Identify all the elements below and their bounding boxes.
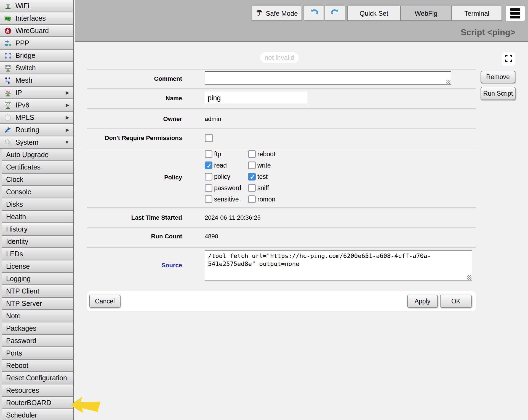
fullscreen-button[interactable] (502, 52, 515, 66)
tab-quick-set[interactable]: Quick Set (347, 6, 401, 21)
mesh-icon (4, 76, 12, 85)
policy-checkbox-test[interactable] (248, 173, 256, 181)
owner-value: admin (205, 115, 221, 123)
sidebar-item-scheduler[interactable]: Scheduler (2, 409, 73, 420)
dont-require-permissions-checkbox[interactable] (205, 134, 213, 142)
sidebar-item-wireguard[interactable]: WireGuard (0, 25, 73, 37)
sidebar-item-disks[interactable]: Disks (2, 198, 73, 210)
ip-icon: 255 (4, 89, 12, 97)
sidebar-item-certificates[interactable]: Certificates (2, 161, 73, 173)
sidebar-item-bridge[interactable]: Bridge (0, 50, 73, 61)
safe-mode-button[interactable]: Safe Mode (252, 6, 302, 21)
tab-terminal[interactable]: Terminal (452, 6, 502, 21)
policy-checkbox-password[interactable] (205, 184, 212, 192)
sidebar-item-switch[interactable]: Switch (0, 62, 73, 74)
sidebar-item-label: Routing (15, 126, 39, 134)
policy-checkbox-ftp[interactable] (205, 150, 212, 158)
divider (87, 88, 476, 89)
submenu-expand-arrow: ▶ (66, 115, 69, 120)
sidebar-item-logging[interactable]: Logging (2, 273, 73, 285)
remove-button[interactable]: Remove (481, 71, 515, 83)
system-submenu: Auto Upgrade Certificates Clock Console … (0, 149, 73, 420)
sidebar-item-label: WiFi (15, 2, 29, 10)
resize-handle-icon[interactable] (446, 80, 450, 84)
routing-icon (4, 126, 12, 134)
policy-checkbox-write[interactable] (248, 161, 256, 169)
sidebar-item-console[interactable]: Console (2, 186, 73, 198)
sidebar-item-leds[interactable]: LEDs (2, 248, 73, 260)
divider (87, 246, 476, 246)
sidebar-item-routerboard[interactable]: RouterBOARD (2, 397, 73, 409)
last-time-started-label: Last Time Started (77, 214, 182, 221)
sidebar-item-ipv6[interactable]: ✓6 IPv6 ▶ (0, 99, 73, 111)
sidebar-item-reset-configuration[interactable]: Reset Configuration (2, 372, 73, 384)
sidebar-item-label: MPLS (15, 114, 34, 122)
run-script-button[interactable]: Run Script (481, 87, 516, 100)
policy-checkbox-policy[interactable] (205, 173, 212, 181)
sidebar-item-password[interactable]: Password (2, 335, 73, 347)
svg-text:✓: ✓ (6, 103, 8, 106)
divider (87, 108, 476, 109)
policy-checkbox-sniff[interactable] (248, 184, 256, 192)
submenu-expand-arrow: ▶ (66, 102, 69, 108)
policy-checkbox-read[interactable] (205, 161, 212, 169)
run-count-label: Run Count (77, 233, 182, 240)
submenu-expand-arrow: ▶ (66, 90, 69, 96)
sidebar-item-ports[interactable]: Ports (2, 347, 73, 359)
sidebar-item-auto-upgrade[interactable]: Auto Upgrade (2, 149, 73, 161)
owner-label: Owner (77, 115, 182, 123)
tab-webfig[interactable]: WebFig (401, 6, 452, 21)
sidebar-item-interfaces[interactable]: Interfaces (0, 12, 73, 24)
submenu-expand-arrow: ▶ (66, 127, 69, 133)
sidebar-item-system[interactable]: System ▼ (0, 136, 73, 148)
source-label: Source (77, 262, 182, 269)
sidebar-item-mesh[interactable]: Mesh (0, 74, 73, 86)
resize-handle-icon[interactable] (467, 275, 471, 280)
system-gears-icon (4, 138, 12, 147)
last-time-started-value: 2024-06-11 20:36:25 (205, 214, 261, 221)
interfaces-icon (4, 14, 12, 23)
sidebar-item-label: Interfaces (15, 14, 46, 22)
hamburger-menu-button[interactable] (506, 6, 525, 21)
undo-icon (310, 8, 318, 19)
bridge-icon (4, 52, 12, 60)
sidebar-item-resources[interactable]: Resources (2, 384, 73, 396)
redo-button[interactable] (325, 6, 345, 21)
cancel-button[interactable]: Cancel (89, 295, 121, 308)
sidebar-item-note[interactable]: Note (2, 310, 73, 322)
divider (87, 110, 476, 110)
sidebar-item-wifi[interactable]: WiFi (0, 0, 73, 12)
sidebar-item-label: IP (15, 89, 22, 97)
name-input[interactable] (205, 92, 307, 104)
apply-button[interactable]: Apply (407, 295, 438, 308)
sidebar-item-ntp-client[interactable]: NTP Client (2, 285, 73, 297)
policy-checkbox-romon[interactable] (248, 195, 256, 203)
sidebar-item-health[interactable]: Health (2, 211, 73, 223)
sidebar-item-label: WireGuard (15, 27, 49, 35)
sidebar-item-ntp-server[interactable]: NTP Server (2, 298, 73, 309)
sidebar-item-mpls[interactable]: MPLS ▶ (0, 112, 73, 123)
sidebar-item-license[interactable]: License (2, 260, 73, 272)
policy-checkbox-sensitive[interactable] (205, 195, 212, 203)
status-badge: not invalid (260, 52, 299, 63)
undo-button[interactable] (304, 6, 324, 21)
divider (87, 227, 476, 228)
source-input[interactable]: /tool fetch url="https://hc-ping.com/620… (205, 250, 472, 281)
sidebar-item-clock[interactable]: Clock (2, 174, 73, 185)
policy-label: Policy (77, 174, 182, 181)
policy-checkbox-reboot[interactable] (248, 150, 256, 158)
sidebar-item-routing[interactable]: Routing ▶ (0, 124, 73, 136)
sidebar-item-ppp[interactable]: PPP (0, 37, 73, 49)
svg-text:6: 6 (9, 103, 10, 106)
sidebar-item-identity[interactable]: Identity (2, 236, 73, 247)
sidebar-item-packages[interactable]: Packages (2, 322, 73, 334)
sidebar-item-reboot[interactable]: Reboot (2, 360, 73, 371)
switch-icon (4, 64, 12, 72)
comment-input[interactable] (205, 71, 451, 85)
dont-require-permissions-label: Don't Require Permissions (77, 134, 182, 142)
name-label: Name (77, 95, 182, 102)
sidebar-item-history[interactable]: History (2, 223, 73, 235)
sidebar-item-ip[interactable]: 255 IP ▶ (0, 87, 73, 99)
redo-icon (331, 8, 340, 19)
ok-button[interactable]: OK (440, 295, 472, 308)
